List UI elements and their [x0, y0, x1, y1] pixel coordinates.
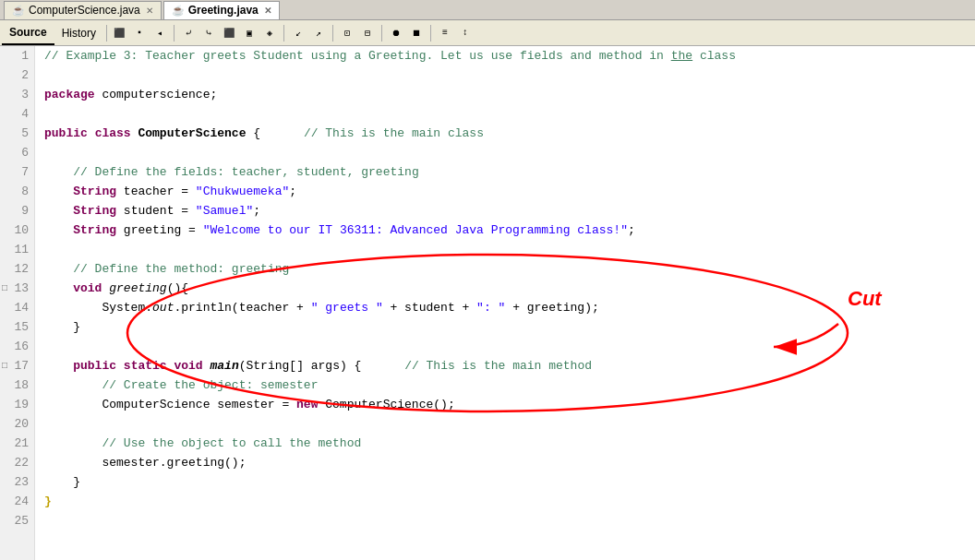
tab-label-cs: ComputerScience.java: [29, 4, 140, 17]
toolbar-icon-8[interactable]: ◈: [260, 24, 279, 42]
code-line-15: }: [35, 317, 975, 337]
line-num-20: 20: [0, 414, 34, 434]
line-num-22: 22: [0, 453, 34, 472]
toolbar-separator-5: [381, 25, 382, 42]
toolbar: Source History ⬛ ▪ ◂ ⤶ ⤷ ⬛ ▣ ◈ ↙ ↗ ⊡ ⊟ ⏺…: [0, 20, 975, 46]
tab-greetingjava[interactable]: ☕ Greeting.java ✕: [163, 1, 280, 19]
line-num-2: 2: [0, 66, 34, 85]
toolbar-icon-10[interactable]: ↗: [309, 24, 328, 42]
code-line-23: }: [35, 472, 975, 492]
code-line-24: }: [35, 492, 975, 511]
toolbar-separator-4: [332, 25, 333, 42]
toolbar-icon-6[interactable]: ⬛: [220, 24, 238, 42]
code-line-20: [35, 414, 975, 434]
code-line-3: package computerscience;: [35, 85, 975, 104]
line-num-10: 10: [0, 220, 34, 240]
code-line-2: [35, 66, 975, 85]
code-line-10: String greeting = "Welcome to our IT 363…: [35, 220, 975, 240]
line-num-14: 14: [0, 298, 34, 317]
toolbar-separator-2: [174, 25, 175, 42]
code-area: 1 2 3 4 5 6 7 8 9 10 11 12 13 14 15 16 1…: [0, 46, 975, 560]
code-content: // Example 3: Teacher greets Student usi…: [35, 46, 975, 560]
title-bar: ☕ ComputerScience.java ✕ ☕ Greeting.java…: [0, 0, 975, 20]
line-num-8: 8: [0, 182, 34, 201]
toolbar-icons: ⬛ ▪ ◂ ⤶ ⤷ ⬛ ▣ ◈ ↙ ↗ ⊡ ⊟ ⏺ ⏹ ≡ ↕: [110, 24, 475, 42]
toolbar-icon-14[interactable]: ⏹: [407, 24, 426, 42]
toolbar-icon-16[interactable]: ↕: [456, 24, 475, 42]
toolbar-icon-12[interactable]: ⊟: [358, 24, 377, 42]
line-num-25: 25: [0, 511, 34, 530]
line-num-6: 6: [0, 143, 34, 162]
line-num-17[interactable]: 17: [0, 356, 34, 375]
code-line-1: // Example 3: Teacher greets Student usi…: [35, 46, 975, 66]
code-line-6: [35, 143, 975, 162]
code-line-4: [35, 104, 975, 124]
code-line-9: String student = "Samuel";: [35, 201, 975, 220]
line-num-13[interactable]: 13: [0, 279, 34, 298]
line-num-3: 3: [0, 85, 34, 104]
code-line-19: ComputerScience semester = new ComputerS…: [35, 395, 975, 414]
line-num-18: 18: [0, 375, 34, 395]
line-num-21: 21: [0, 434, 34, 453]
line-num-7: 7: [0, 162, 34, 182]
code-line-14: System.out.println(teacher + " greets " …: [35, 298, 975, 317]
toolbar-icon-9[interactable]: ↙: [289, 24, 307, 42]
code-line-16: [35, 337, 975, 356]
toolbar-icon-11[interactable]: ⊡: [338, 24, 356, 42]
code-line-8: String teacher = "Chukwuemeka";: [35, 182, 975, 201]
toolbar-icon-15[interactable]: ≡: [436, 24, 454, 42]
code-line-25: [35, 511, 975, 530]
line-numbers: 1 2 3 4 5 6 7 8 9 10 11 12 13 14 15 16 1…: [0, 46, 35, 560]
java-file-icon: ☕: [12, 5, 25, 17]
code-line-11: [35, 240, 975, 259]
code-line-22: semester.greeting();: [35, 453, 975, 472]
toolbar-icon-5[interactable]: ⤷: [199, 24, 218, 42]
tab-close-gr[interactable]: ✕: [264, 6, 271, 16]
toolbar-icon-2[interactable]: ▪: [130, 24, 149, 42]
toolbar-separator-1: [106, 25, 107, 42]
code-line-7: // Define the fields: teacher, student, …: [35, 162, 975, 182]
tab-close-cs[interactable]: ✕: [146, 6, 153, 16]
code-line-12: // Define the method: greeting: [35, 259, 975, 279]
line-num-4: 4: [0, 104, 34, 124]
line-num-1: 1: [0, 46, 34, 66]
toolbar-separator-3: [283, 25, 284, 42]
line-num-9: 9: [0, 201, 34, 220]
toolbar-separator-6: [430, 25, 431, 42]
tab-label-gr: Greeting.java: [188, 4, 259, 17]
java-file-icon-2: ☕: [172, 5, 185, 17]
line-num-24: 24: [0, 492, 34, 511]
code-line-13: void greeting(){: [35, 279, 975, 298]
line-num-5: 5: [0, 124, 34, 143]
line-num-15: 15: [0, 317, 34, 337]
line-num-23: 23: [0, 472, 34, 492]
toolbar-icon-13[interactable]: ⏺: [387, 24, 405, 42]
toolbar-icon-7[interactable]: ▣: [240, 24, 259, 42]
source-nav-btn[interactable]: Source: [2, 20, 54, 45]
toolbar-nav: Source History: [2, 20, 103, 45]
history-nav-btn[interactable]: History: [54, 20, 103, 45]
line-num-16: 16: [0, 337, 34, 356]
line-num-19: 19: [0, 395, 34, 414]
line-num-12: 12: [0, 259, 34, 279]
toolbar-icon-1[interactable]: ⬛: [110, 24, 128, 42]
code-line-17: public static void main(String[] args) {…: [35, 356, 975, 375]
toolbar-icon-3[interactable]: ◂: [150, 24, 169, 42]
toolbar-icon-4[interactable]: ⤶: [179, 24, 198, 42]
tab-computersciencejava[interactable]: ☕ ComputerScience.java ✕: [4, 1, 162, 19]
code-line-5: public class ComputerScience { // This i…: [35, 124, 975, 143]
code-line-21: // Use the object to call the method: [35, 434, 975, 453]
line-num-11: 11: [0, 240, 34, 259]
code-line-18: // Create the object: semester: [35, 375, 975, 395]
